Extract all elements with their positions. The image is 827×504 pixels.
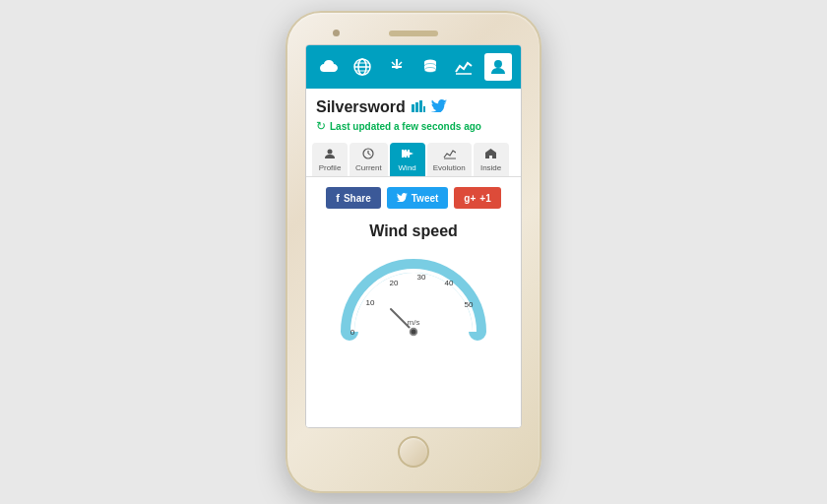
nav-tabs: Profile Current [306, 137, 521, 177]
station-name-row: Silversword [316, 98, 511, 116]
svg-point-39 [412, 330, 416, 335]
current-tab-icon [362, 147, 374, 162]
refresh-icon: ↻ [316, 119, 326, 133]
svg-line-25 [368, 154, 371, 156]
phone-frame: Silversword [286, 11, 541, 493]
gplus-label: +1 [479, 193, 490, 204]
svg-text:0: 0 [350, 328, 355, 337]
twitter-bird-icon [431, 99, 447, 115]
bar-chart-icon [412, 99, 425, 115]
tab-profile-label: Profile [319, 163, 342, 172]
wind-sensor-icon[interactable] [383, 53, 411, 81]
database-icon[interactable] [416, 53, 444, 81]
station-header: Silversword [306, 89, 521, 137]
tab-wind-label: Wind [399, 163, 416, 172]
gplus-button[interactable]: g+ +1 [454, 187, 500, 209]
tab-current[interactable]: Current [350, 143, 388, 176]
phone-screen: Silversword [305, 44, 522, 428]
app-header [306, 45, 521, 89]
home-button[interactable] [398, 436, 429, 468]
twitter-tweet-button[interactable]: Tweet [387, 187, 449, 209]
social-buttons: f Share Tweet g+ +1 [306, 177, 521, 219]
chart-line-icon[interactable] [450, 53, 477, 81]
svg-point-15 [424, 68, 436, 73]
tweet-label: Tweet [412, 193, 439, 204]
wind-tab-icon [401, 147, 414, 162]
profile-tab-icon [324, 147, 336, 162]
facebook-share-button[interactable]: f Share [326, 187, 380, 209]
gauge-container: 0 10 20 30 40 50 m/s [306, 248, 521, 351]
svg-rect-20 [419, 100, 422, 112]
wind-speed-title: Wind speed [306, 219, 521, 248]
svg-rect-19 [415, 102, 418, 112]
tab-evolution-label: Evolution [433, 163, 466, 172]
cloud-upload-icon[interactable] [315, 53, 343, 81]
tab-wind[interactable]: Wind [390, 143, 425, 176]
svg-point-8 [395, 65, 399, 69]
globe-icon[interactable] [349, 53, 376, 81]
svg-text:50: 50 [465, 300, 474, 309]
inside-tab-icon [484, 147, 497, 162]
svg-line-10 [399, 62, 402, 65]
camera-dot [333, 30, 340, 36]
phone-bottom [398, 436, 429, 468]
last-updated-row: ↻ Last updated a few seconds ago [316, 119, 511, 133]
svg-rect-21 [423, 106, 425, 112]
tab-current-label: Current [355, 163, 382, 172]
svg-text:40: 40 [445, 279, 454, 287]
user-profile-icon[interactable] [484, 53, 512, 81]
station-name: Silversword [316, 98, 406, 116]
svg-text:m/s: m/s [408, 318, 420, 327]
tab-profile[interactable]: Profile [312, 143, 348, 176]
evolution-tab-icon [443, 147, 456, 162]
app-body: Silversword [306, 89, 521, 427]
svg-text:10: 10 [366, 298, 375, 307]
speaker [389, 31, 438, 36]
tab-inside[interactable]: Inside [474, 143, 509, 176]
svg-point-22 [328, 150, 333, 155]
svg-line-9 [392, 62, 395, 65]
svg-rect-18 [412, 104, 414, 112]
tab-evolution[interactable]: Evolution [427, 143, 472, 176]
gplus-icon: g+ [464, 193, 476, 204]
share-label: Share [344, 193, 371, 204]
wind-gauge: 0 10 20 30 40 50 m/s [335, 248, 492, 342]
twitter-icon [397, 193, 408, 204]
svg-text:20: 20 [390, 279, 399, 287]
svg-text:30: 30 [417, 273, 426, 282]
last-updated-text: Last updated a few seconds ago [330, 121, 481, 132]
svg-point-17 [494, 60, 502, 68]
phone-top-bar [295, 31, 532, 36]
facebook-icon: f [336, 192, 340, 204]
tab-inside-label: Inside [480, 163, 501, 172]
